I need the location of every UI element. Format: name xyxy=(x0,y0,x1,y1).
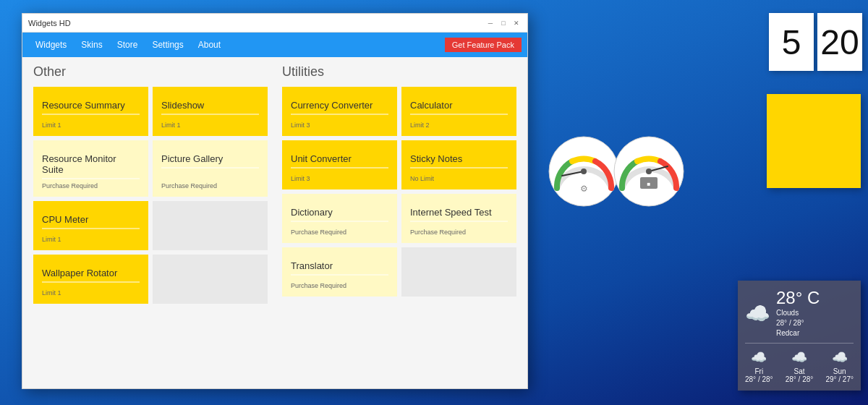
tile-separator xyxy=(410,114,508,115)
tile-empty-1 xyxy=(153,201,268,250)
tile-separator xyxy=(42,114,140,115)
title-bar-controls: ─ □ ✕ xyxy=(485,18,522,28)
forecast-fri-icon: ☁️ xyxy=(745,349,773,365)
title-bar: Widgets HD ─ □ ✕ xyxy=(22,14,527,33)
clock-hour: 5 xyxy=(769,13,814,71)
tile-wallpaper-rotator-name: Wallpaper Rotator xyxy=(42,268,140,278)
tile-separator xyxy=(291,114,388,115)
tile-separator xyxy=(42,228,140,229)
tile-calculator-name: Calculator xyxy=(410,100,508,111)
forecast-sun: ☁️ Sun 29° / 27° xyxy=(825,349,854,383)
tile-separator xyxy=(410,167,508,169)
tile-slideshow-limit: Limit 1 xyxy=(161,119,259,129)
tile-unit-converter[interactable]: Unit Converter Limit 3 xyxy=(282,140,397,189)
sticky-note-widget xyxy=(767,94,861,188)
tile-slideshow-name: Slideshow xyxy=(161,100,259,111)
minimize-button[interactable]: ─ xyxy=(485,18,495,28)
tile-slideshow[interactable]: Slideshow Limit 1 xyxy=(153,87,268,136)
tile-cpu-meter-name: CPU Meter xyxy=(42,214,140,225)
tile-resource-summary-name: Resource Summary xyxy=(42,100,140,111)
maximize-button[interactable]: □ xyxy=(498,18,509,28)
svg-text:⚙: ⚙ xyxy=(580,184,588,194)
tile-dictionary[interactable]: Dictionary Purchase Required xyxy=(282,194,397,243)
weather-forecast: ☁️ Fri 28° / 28° ☁️ Sat 28° / 28° ☁️ Sun… xyxy=(745,343,854,383)
svg-text:■: ■ xyxy=(647,181,651,187)
tile-internet-speed-test-name: Internet Speed Test xyxy=(410,207,508,218)
gauge-widgets: ⚙ ■ xyxy=(546,134,687,210)
tile-cpu-meter-limit: Limit 1 xyxy=(42,233,140,243)
tile-picture-gallery[interactable]: Picture Gallery Purchase Required xyxy=(153,140,268,197)
clock-minute: 20 xyxy=(817,13,862,71)
tile-calculator[interactable]: Calculator Limit 2 xyxy=(401,87,516,136)
menu-store[interactable]: Store xyxy=(110,35,145,54)
other-grid: Resource Summary Limit 1 Slideshow Limit… xyxy=(33,87,268,304)
tile-empty-2 xyxy=(153,255,268,304)
tile-unit-converter-name: Unit Converter xyxy=(291,153,388,164)
forecast-sat-icon: ☁️ xyxy=(786,349,814,365)
tile-resource-monitor-limit: Purchase Required xyxy=(42,179,140,189)
forecast-sun-icon: ☁️ xyxy=(825,349,854,365)
weather-cloud-icon: ☁️ xyxy=(745,302,770,325)
tile-internet-speed-test[interactable]: Internet Speed Test Purchase Required xyxy=(401,194,516,243)
tile-translator-limit: Purchase Required xyxy=(291,279,388,289)
tile-translator[interactable]: Translator Purchase Required xyxy=(282,247,397,297)
tile-sticky-notes-limit: No Limit xyxy=(410,172,508,182)
tile-separator xyxy=(161,114,259,115)
tile-sticky-notes-name: Sticky Notes xyxy=(410,153,508,164)
tile-dictionary-name: Dictionary xyxy=(291,207,388,218)
tile-empty-3 xyxy=(401,247,516,297)
utilities-section-title: Utilities xyxy=(282,64,516,80)
close-button[interactable]: ✕ xyxy=(511,18,522,28)
tile-separator xyxy=(161,167,259,169)
app-window: Widgets HD ─ □ ✕ Widgets Skins Store Set… xyxy=(22,13,528,389)
tile-internet-speed-test-limit: Purchase Required xyxy=(410,226,508,236)
tile-resource-monitor-name: Resource Monitor Suite xyxy=(42,153,140,175)
svg-point-6 xyxy=(581,169,587,174)
other-section: Other Resource Summary Limit 1 Slideshow… xyxy=(33,64,268,381)
clock-widget: 5 20 xyxy=(769,13,862,71)
tile-sticky-notes[interactable]: Sticky Notes No Limit xyxy=(401,140,516,189)
menu-skins[interactable]: Skins xyxy=(74,35,109,54)
tile-separator xyxy=(410,221,508,222)
tile-separator xyxy=(291,167,388,169)
weather-main: ☁️ 28° C Clouds 28° / 28° Redcar xyxy=(745,288,854,338)
tile-currency-converter-name: Currency Converter xyxy=(291,100,388,111)
tile-picture-gallery-name: Picture Gallery xyxy=(161,153,259,164)
forecast-sat: ☁️ Sat 28° / 28° xyxy=(786,349,814,383)
tile-wallpaper-rotator-limit: Limit 1 xyxy=(42,286,140,297)
tile-resource-summary[interactable]: Resource Summary Limit 1 xyxy=(33,87,148,136)
tile-resource-summary-limit: Limit 1 xyxy=(42,119,140,129)
utilities-grid: Currency Converter Limit 3 Calculator Li… xyxy=(282,87,516,297)
weather-info: 28° C Clouds 28° / 28° Redcar xyxy=(776,288,820,338)
menu-settings[interactable]: Settings xyxy=(145,35,190,54)
menu-widgets[interactable]: Widgets xyxy=(28,35,74,54)
tile-unit-converter-limit: Limit 3 xyxy=(291,172,388,182)
tile-calculator-limit: Limit 2 xyxy=(410,119,508,129)
weather-desc: Clouds 28° / 28° Redcar xyxy=(776,308,820,338)
get-feature-pack-button[interactable]: Get Feature Pack xyxy=(445,38,522,52)
content-area: Other Resource Summary Limit 1 Slideshow… xyxy=(22,57,527,388)
weather-temp: 28° C xyxy=(776,288,820,308)
forecast-fri: ☁️ Fri 28° / 28° xyxy=(745,349,773,383)
svg-point-10 xyxy=(646,169,652,174)
weather-widget: ☁️ 28° C Clouds 28° / 28° Redcar ☁️ Fri … xyxy=(738,281,861,391)
tile-cpu-meter[interactable]: CPU Meter Limit 1 xyxy=(33,201,148,250)
tile-wallpaper-rotator[interactable]: Wallpaper Rotator Limit 1 xyxy=(33,255,148,304)
tile-picture-gallery-limit: Purchase Required xyxy=(161,179,259,189)
tile-separator xyxy=(291,221,388,222)
tile-currency-converter-limit: Limit 3 xyxy=(291,119,388,129)
gauge-2: ■ xyxy=(611,134,687,210)
tile-resource-monitor[interactable]: Resource Monitor Suite Purchase Required xyxy=(33,140,148,197)
tile-translator-name: Translator xyxy=(291,260,388,271)
menu-bar: Widgets Skins Store Settings About Get F… xyxy=(22,33,527,57)
other-section-title: Other xyxy=(33,64,268,80)
tile-separator xyxy=(291,274,388,276)
tile-separator xyxy=(42,281,140,283)
menu-about[interactable]: About xyxy=(191,35,228,54)
tile-currency-converter[interactable]: Currency Converter Limit 3 xyxy=(282,87,397,136)
window-title: Widgets HD xyxy=(28,19,71,27)
tile-dictionary-limit: Purchase Required xyxy=(291,226,388,236)
utilities-section: Utilities Currency Converter Limit 3 Cal… xyxy=(282,64,516,381)
